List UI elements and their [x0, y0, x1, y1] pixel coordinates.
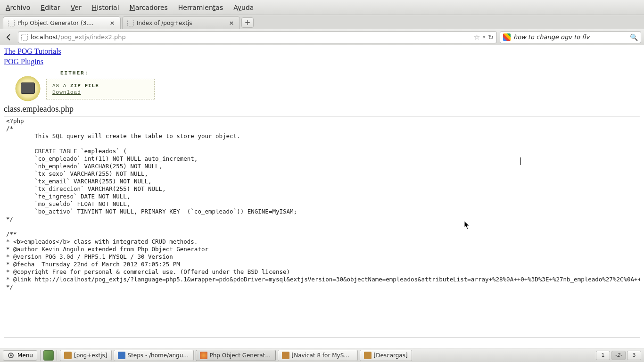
- tab-1[interactable]: Index of /pog+extjs ×: [122, 16, 240, 29]
- download-link[interactable]: Download: [52, 90, 149, 95]
- search-query: how to change ogv to flv: [513, 33, 627, 41]
- task-label: [Navicat 8 for MySQL]: [292, 352, 354, 359]
- menu-editar[interactable]: Editar: [41, 4, 60, 11]
- task-label: [pog+extjs]: [74, 352, 107, 359]
- tab-favicon-icon: [127, 20, 134, 26]
- firefox-icon: [200, 352, 207, 359]
- taskbar-item-2[interactable]: Php Object Generato...: [196, 350, 276, 361]
- close-icon[interactable]: ×: [109, 20, 116, 26]
- tab-label: Index of /pog+extjs: [137, 20, 225, 26]
- taskbar-item-4[interactable]: [Descargas]: [360, 350, 412, 361]
- task-label: Steps - /home/angul...: [128, 352, 190, 359]
- text-cursor-icon: [520, 157, 521, 165]
- menu-historial[interactable]: Historial: [92, 4, 119, 11]
- link-pog-tutorials[interactable]: The POG Tutorials: [4, 46, 640, 57]
- taskbar-item-0[interactable]: [pog+extjs]: [60, 350, 112, 361]
- new-tab-button[interactable]: +: [241, 17, 254, 28]
- start-menu-button[interactable]: Menu: [3, 350, 37, 361]
- taskbar-item-1[interactable]: Steps - /home/angul...: [114, 350, 194, 361]
- site-identity-icon[interactable]: [21, 34, 28, 41]
- url-text: localhost/pog_extjs/index2.php: [31, 33, 471, 41]
- taskbar: Menu [pog+extjs] Steps - /home/angul... …: [0, 348, 644, 362]
- history-dropdown-icon[interactable]: ▾: [483, 34, 485, 40]
- search-box[interactable]: how to change ogv to flv 🔍: [500, 31, 641, 43]
- tab-0[interactable]: Php Object Generator (3.... ×: [3, 16, 121, 29]
- task-label: Php Object Generato...: [210, 352, 272, 359]
- download-box: AS A ZIP FILE Download: [46, 79, 155, 99]
- workspace-3[interactable]: 3: [627, 351, 641, 360]
- url-bar[interactable]: localhost/pog_extjs/index2.php ☆ ▾ ↻: [18, 31, 497, 43]
- filename-heading: class.empleados.php: [4, 104, 640, 114]
- folder-icon: [64, 352, 72, 359]
- menu-ver[interactable]: Ver: [71, 4, 82, 11]
- show-desktop-button[interactable]: [43, 350, 54, 361]
- download-badge-icon: [13, 74, 42, 103]
- menubar: Archivo Editar Ver Historial Marcadores …: [0, 0, 644, 15]
- menu-herramientas[interactable]: Herramientas: [178, 4, 223, 11]
- start-menu-label: Menu: [17, 352, 33, 359]
- code-textarea[interactable]: <?php /* This SQL query will create the …: [4, 116, 640, 337]
- as-zip-label: AS A ZIP FILE: [52, 83, 99, 89]
- taskbar-item-3[interactable]: [Navicat 8 for MySQL]: [278, 350, 358, 361]
- workspace-2[interactable]: -2-: [611, 351, 626, 360]
- task-label: [Descargas]: [374, 352, 408, 359]
- download-panel: EITHER: AS A ZIP FILE Download: [46, 70, 155, 99]
- link-pog-plugins[interactable]: POG Plugins: [4, 57, 640, 67]
- menu-marcadores[interactable]: Marcadores: [130, 4, 168, 11]
- separator: [57, 350, 57, 361]
- separator: [40, 350, 41, 361]
- workspace-1[interactable]: 1: [596, 351, 610, 360]
- reload-icon[interactable]: ↻: [488, 33, 494, 41]
- google-icon: [503, 33, 511, 41]
- svg-point-1: [10, 354, 12, 356]
- gear-icon: [7, 352, 15, 359]
- code-content: <?php /* This SQL query will create the …: [4, 116, 640, 292]
- back-arrow-icon: [5, 33, 13, 41]
- app-icon: [118, 352, 125, 359]
- navicat-icon: [282, 352, 289, 359]
- tab-label: Php Object Generator (3....: [17, 20, 106, 26]
- workspace-pager: 1 -2- 3: [596, 351, 641, 360]
- tab-strip: Php Object Generator (3.... × Index of /…: [0, 15, 644, 29]
- toolbar: localhost/pog_extjs/index2.php ☆ ▾ ↻ how…: [0, 29, 644, 45]
- either-label: EITHER:: [60, 70, 155, 76]
- page-viewport: The POG Tutorials POG Plugins EITHER: AS…: [0, 45, 644, 348]
- menu-ayuda[interactable]: Ayuda: [233, 4, 254, 11]
- back-button[interactable]: [3, 31, 15, 43]
- folder-icon: [364, 352, 372, 359]
- bookmark-star-icon[interactable]: ☆: [474, 33, 480, 41]
- tab-favicon-icon: [8, 20, 15, 26]
- menu-archivo[interactable]: Archivo: [6, 4, 30, 11]
- search-icon[interactable]: 🔍: [630, 33, 638, 41]
- close-icon[interactable]: ×: [228, 20, 235, 26]
- top-links: The POG Tutorials POG Plugins: [4, 45, 640, 66]
